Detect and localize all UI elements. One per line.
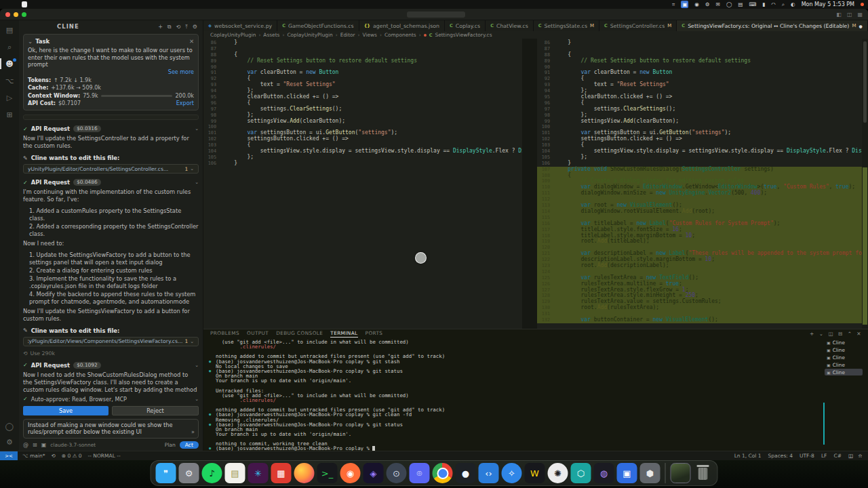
chevron-down-icon[interactable]: ⌄	[190, 166, 194, 171]
settings-icon[interactable]: ⚙	[193, 23, 197, 30]
chat-input[interactable]: Instead of making a new window could we …	[23, 419, 199, 439]
editor-tab[interactable]: CSettingsViewFactory.cs: Original ↔ Clin…	[677, 20, 867, 31]
chevron-down-icon[interactable]: ⌄	[195, 396, 199, 402]
diff-editor[interactable]: 86 }8788 {89 // Reset Settings button to…	[203, 39, 868, 329]
see-more-link[interactable]: See more	[28, 69, 194, 75]
terminal-session[interactable]: ▣Cline	[825, 346, 863, 353]
chevron-down-icon[interactable]: ⌄	[195, 126, 199, 131]
dock-item-warp[interactable]: W	[525, 463, 545, 483]
chevron-down-icon[interactable]: ⌄	[195, 363, 199, 368]
dock-item-chatgpt[interactable]: ✺	[548, 463, 568, 483]
api-request-row[interactable]: ✓ API Request $0.1092 ⌄	[23, 362, 199, 369]
cline-conversation[interactable]: ⌄ Task ✕ Ok, here is the change I want t…	[19, 33, 203, 394]
toggle-sidebar-icon[interactable]: ◧	[836, 12, 842, 18]
editor-tab[interactable]: CCoplay.cs	[445, 20, 486, 31]
mcp-servers-icon[interactable]: ⧉	[167, 23, 172, 30]
customize-layout-icon[interactable]: ▦	[857, 12, 863, 18]
overview-ruler[interactable]	[862, 39, 868, 329]
checkpoint-row[interactable]: ⟲ Use 290k	[23, 350, 199, 357]
keyboard-icon[interactable]: ⌨	[749, 1, 756, 8]
export-icon[interactable]: ⤒	[185, 23, 188, 30]
breadcrumb-item[interactable]: SettingsViewFactory.cs	[435, 32, 492, 38]
run-debug-icon[interactable]: ▷	[0, 94, 19, 102]
active-app-menu-icon[interactable]	[22, 1, 27, 7]
scrollbar-thumb[interactable]	[863, 41, 867, 123]
gear-icon[interactable]: ⚙	[705, 1, 710, 8]
wifi-icon[interactable]: ◠	[771, 1, 776, 8]
dock-item-utility-cube[interactable]: ⬢	[640, 463, 660, 483]
editor-tab[interactable]: CGameObjectFunctions.cs	[277, 20, 359, 31]
dock-item-system-settings[interactable]: ⚙	[179, 463, 199, 483]
close-panel-icon[interactable]: ✕	[856, 330, 861, 338]
account-icon[interactable]: ◯	[0, 422, 19, 431]
dock-item-vscode[interactable]: ‹›	[479, 463, 499, 483]
screen-recording-icon[interactable]: ▣	[681, 1, 688, 8]
panel-tab-terminal[interactable]: TERMINAL	[330, 330, 357, 338]
plan-toggle[interactable]: Plan	[165, 442, 176, 448]
minimize-window-button[interactable]	[14, 12, 18, 17]
diff-modified-pane[interactable]: 86 }8788 {89 // Reset Settings button to…	[537, 39, 862, 329]
close-task-icon[interactable]: ✕	[189, 38, 194, 45]
chevron-down-icon[interactable]: ⌄	[195, 180, 199, 185]
chevron-down-icon[interactable]: ⌄	[190, 339, 194, 344]
menu-clock[interactable]: Mon May 5 1:53 PM	[802, 1, 854, 7]
split-terminal-icon[interactable]: ◫	[828, 330, 833, 338]
camera-icon[interactable]: ◉	[694, 1, 699, 8]
terminal-session[interactable]: ▣Cline	[825, 361, 863, 368]
new-terminal-icon[interactable]: +	[810, 330, 814, 338]
file-chip[interactable]: ...yUnityPlugin/Editor/Controllers/Setti…	[23, 164, 199, 174]
dock-item-edge[interactable]: ▣	[617, 463, 637, 483]
remote-indicator[interactable]: ><	[0, 451, 18, 460]
editor-tab[interactable]: ◆websocket_service.py	[203, 20, 277, 31]
focus-icon[interactable]: ◯	[726, 1, 732, 8]
chevron-down-icon[interactable]: ⌄	[28, 38, 33, 45]
toggle-panel-icon[interactable]: ◫	[847, 12, 852, 18]
kill-terminal-icon[interactable]: ⊟	[838, 330, 843, 338]
dock-item-red-tiles-app[interactable]: ▦	[271, 463, 292, 483]
panel-tab-debug-console[interactable]: DEBUG CONSOLE	[276, 330, 323, 338]
bell-icon[interactable]: ⍾	[859, 452, 862, 460]
explorer-icon[interactable]: ▤	[0, 26, 19, 35]
layout-icon[interactable]: ◫	[848, 452, 853, 460]
display-icon[interactable]: ⌗	[672, 1, 675, 8]
dock-item-arc[interactable]: ◍	[594, 463, 614, 483]
terminal-session[interactable]: ▣Cline	[825, 339, 863, 346]
reject-button[interactable]: Reject	[112, 406, 199, 415]
new-task-icon[interactable]: +	[158, 23, 163, 30]
dock-item-trash[interactable]	[694, 463, 713, 483]
editor-tab[interactable]: CSettingsController.csM	[599, 20, 677, 31]
close-window-button[interactable]	[5, 12, 10, 17]
window-titlebar[interactable]: ◧◫▦	[0, 9, 868, 20]
breadcrumb-item[interactable]: Views	[363, 32, 377, 38]
dock-item-window-thumbnail[interactable]	[671, 463, 691, 483]
history-icon[interactable]: ⟲	[176, 23, 181, 30]
dirty-indicator[interactable]: ●	[859, 24, 862, 28]
terminal-output[interactable]: (use "git add <file>..." to include in w…	[216, 340, 787, 449]
extensions-icon[interactable]: ⊞	[0, 110, 19, 119]
breadcrumb-item[interactable]: CoplayUnityPlugin	[287, 32, 332, 38]
dock-item-terminal[interactable]: >_	[317, 463, 338, 483]
at-mention-icon[interactable]: @	[23, 441, 28, 449]
titlebar-layout-icons[interactable]: ◧◫▦	[836, 12, 863, 18]
panel-tab-ports[interactable]: PORTS	[366, 330, 383, 338]
dock-item-slack[interactable]: ✳	[248, 463, 269, 483]
battery-icon[interactable]: ▮	[762, 1, 765, 8]
save-button[interactable]: Save	[23, 406, 108, 415]
dock-item-firefox[interactable]	[294, 463, 315, 483]
editor-tab[interactable]: CChatView.cs	[486, 20, 534, 31]
image-icon[interactable]: ▣	[41, 441, 47, 449]
auto-approve-row[interactable]: ✓ Auto-approve: Read, Browser, MCP ⌄	[23, 396, 199, 403]
panel-tab-output[interactable]: OUTPUT	[247, 330, 269, 338]
dock-item-chrome[interactable]	[433, 463, 453, 483]
breadcrumb-item[interactable]: CoplayUnityPlugin	[210, 32, 256, 38]
api-request-row[interactable]: ✓ API Request $0.0316 ⌄	[23, 125, 199, 132]
terminal-dropdown-icon[interactable]: ⌄	[819, 330, 824, 338]
breadcrumb-item[interactable]: Components	[384, 32, 416, 38]
dock-item-discord[interactable]: ⌾	[410, 463, 430, 483]
act-toggle[interactable]: Act	[180, 441, 199, 449]
status-right-items[interactable]: Ln 1, Col 1Spaces: 4UTF-8LFC#	[734, 453, 842, 460]
panel-tab-problems[interactable]: PROBLEMS	[210, 330, 239, 338]
status-right-icons[interactable]: ◫⍾	[848, 452, 862, 460]
export-link[interactable]: Export	[176, 100, 194, 106]
window-icon[interactable]: ▤	[738, 1, 743, 8]
